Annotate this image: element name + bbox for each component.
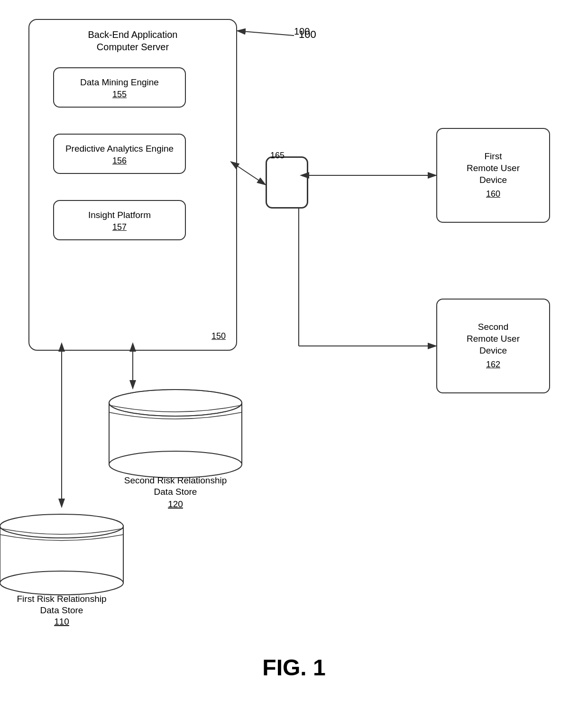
data-mining-label: Data Mining Engine	[80, 77, 159, 87]
switch-ref-number: 165	[270, 151, 285, 160]
network-switch-box	[266, 156, 308, 209]
svg-rect-11	[109, 403, 242, 464]
svg-point-19	[0, 514, 123, 538]
server-title-line1: Back-End Application	[88, 29, 177, 40]
analytics-label: Predictive Analytics Engine	[65, 144, 174, 154]
figure-label: FIG. 1	[262, 654, 325, 681]
svg-line-3	[237, 31, 294, 36]
analytics-engine-box: Predictive Analytics Engine 156	[53, 134, 186, 174]
system-ref-number: 100	[294, 26, 310, 36]
diagram-container: 100 Back-End Application Computer Server…	[0, 0, 588, 709]
svg-line-5	[237, 166, 266, 185]
svg-point-12	[109, 390, 242, 416]
svg-text:Data Store: Data Store	[154, 487, 197, 497]
svg-point-13	[109, 390, 242, 416]
data-mining-ref: 155	[112, 89, 127, 100]
server-ref-number: 150	[211, 331, 226, 341]
first-remote-device-ref: 160	[486, 189, 500, 200]
switch-ref-label: 165	[270, 151, 285, 161]
first-remote-device-label: First Remote User Device	[467, 151, 520, 186]
svg-text:Second Risk Relationship: Second Risk Relationship	[124, 475, 227, 485]
second-remote-device-label: Second Remote User Device	[467, 321, 520, 356]
server-title-line2: Computer Server	[97, 42, 169, 52]
first-remote-device-box: First Remote User Device 160	[436, 128, 550, 223]
server-ref: 150	[211, 331, 226, 341]
server-box: Back-End Application Computer Server Dat…	[28, 19, 237, 351]
figure-title: FIG. 1	[262, 655, 325, 680]
svg-rect-18	[0, 526, 123, 583]
insight-platform-box: Insight Platform 157	[53, 200, 186, 240]
svg-text:120: 120	[168, 499, 183, 509]
server-title: Back-End Application Computer Server	[29, 28, 236, 53]
insight-label: Insight Platform	[88, 210, 151, 220]
svg-point-20	[0, 571, 123, 595]
svg-point-14	[109, 451, 242, 478]
second-remote-device-ref: 162	[486, 359, 500, 370]
insight-ref: 157	[112, 222, 127, 233]
data-mining-engine-box: Data Mining Engine 155	[53, 67, 186, 108]
svg-text:110: 110	[54, 617, 69, 627]
svg-text:Data Store: Data Store	[40, 605, 83, 615]
analytics-ref: 156	[112, 155, 127, 166]
system-ref-label: 100	[294, 26, 310, 37]
second-remote-device-box: Second Remote User Device 162	[436, 299, 550, 393]
svg-text:First Risk Relationship: First Risk Relationship	[17, 594, 107, 604]
